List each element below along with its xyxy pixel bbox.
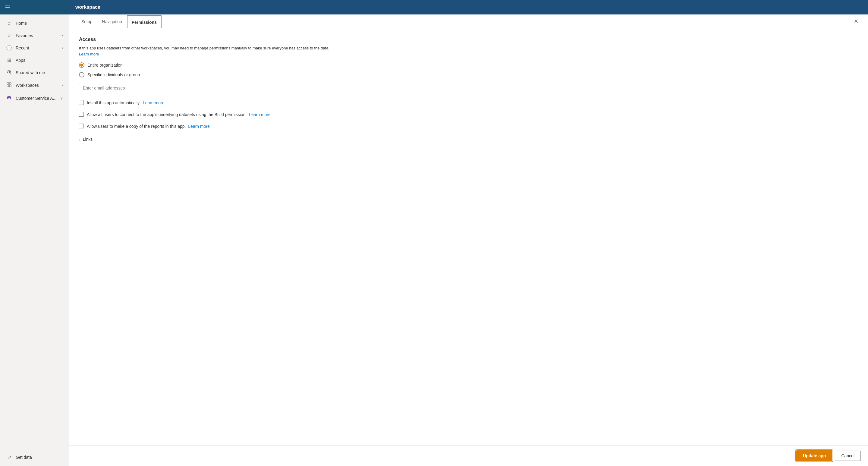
update-app-button[interactable]: Update app (796, 450, 832, 461)
sidebar-item-home-label: Home (16, 21, 27, 26)
topbar-title: workspace (75, 4, 100, 10)
svg-rect-2 (7, 83, 9, 84)
chevron-right-icon: › (62, 33, 63, 38)
allow-copy-label: Allow users to make a copy of the report… (87, 123, 210, 130)
learn-more-build-link[interactable]: Learn more (249, 112, 271, 117)
permissions-panel: Access If this app uses datasets from ot… (69, 28, 341, 150)
sidebar-item-favorites-label: Favorites (16, 33, 33, 38)
sidebar-item-recent[interactable]: 🕐 Recent › (1, 42, 68, 54)
install-auto-checkbox[interactable] (79, 100, 84, 105)
install-auto-label: Install this app automatically. Learn mo… (87, 100, 164, 106)
links-section[interactable]: › Links (79, 137, 331, 142)
sidebar: ☰ ⌂ Home ☆ Favorites › 🕐 Recent › ⊞ Apps (0, 0, 69, 466)
tabs-row: Setup Navigation Permissions ✕ (69, 14, 868, 28)
learn-more-install-link[interactable]: Learn more (143, 100, 164, 105)
radio-entire-org[interactable]: Entire organization (79, 62, 331, 68)
content-area: Setup Navigation Permissions ✕ Access If… (69, 14, 868, 466)
chevron-right-icon: › (62, 83, 63, 87)
checkbox-group: Install this app automatically. Learn mo… (79, 100, 331, 130)
chevron-down-icon: ∨ (60, 96, 63, 100)
learn-more-link-1[interactable]: Learn more (79, 52, 99, 56)
svg-point-0 (8, 70, 9, 72)
topbar: workspace (69, 0, 868, 14)
close-button[interactable]: ✕ (851, 16, 861, 27)
checkbox-install-auto: Install this app automatically. Learn mo… (79, 100, 331, 106)
access-radio-group: Entire organization Specific individuals… (79, 62, 331, 77)
sidebar-item-home[interactable]: ⌂ Home (1, 18, 68, 29)
customer-service-icon (6, 95, 12, 101)
tab-setup[interactable]: Setup (76, 14, 97, 28)
workspaces-icon (6, 82, 12, 88)
sidebar-item-recent-label: Recent (16, 45, 29, 50)
access-description: If this app uses datasets from other wor… (79, 45, 331, 57)
recent-icon: 🕐 (6, 45, 12, 51)
apps-icon: ⊞ (6, 57, 12, 63)
access-title: Access (79, 37, 331, 42)
radio-entire-org-label: Entire organization (87, 63, 123, 67)
allow-build-label: Allow all users to connect to the app's … (87, 112, 271, 118)
tab-navigation[interactable]: Navigation (97, 14, 127, 28)
chevron-right-icon: › (79, 137, 81, 142)
shared-icon (6, 70, 12, 76)
action-bar: Update app Cancel (69, 445, 868, 466)
sidebar-navigation: ⌂ Home ☆ Favorites › 🕐 Recent › ⊞ Apps (0, 14, 69, 448)
tab-permissions[interactable]: Permissions (127, 15, 161, 28)
svg-point-1 (9, 70, 10, 72)
email-input[interactable] (79, 83, 314, 93)
sidebar-item-shared[interactable]: Shared with me (1, 67, 68, 79)
sidebar-item-apps[interactable]: ⊞ Apps (1, 54, 68, 66)
sidebar-header: ☰ (0, 0, 69, 14)
get-data-item[interactable]: ↗ Get data (5, 451, 64, 463)
learn-more-copy-link[interactable]: Learn more (188, 124, 210, 129)
home-icon: ⌂ (6, 21, 12, 26)
sidebar-footer: ↗ Get data (0, 448, 69, 466)
main-area: workspace Setup Navigation Permissions ✕… (69, 0, 868, 466)
get-data-icon: ↗ (6, 454, 12, 460)
sidebar-item-workspaces[interactable]: Workspaces › (1, 79, 68, 91)
sidebar-item-favorites[interactable]: ☆ Favorites › (1, 30, 68, 41)
links-label: Links (83, 137, 93, 142)
allow-copy-checkbox[interactable] (79, 124, 84, 128)
cancel-button[interactable]: Cancel (835, 451, 861, 461)
radio-specific[interactable]: Specific individuals or group (79, 72, 331, 77)
allow-build-checkbox[interactable] (79, 112, 84, 117)
sidebar-item-customer-service[interactable]: Customer Service A... ∨ (1, 92, 68, 104)
sidebar-item-workspaces-label: Workspaces (16, 83, 39, 88)
favorites-icon: ☆ (6, 33, 12, 38)
sidebar-item-apps-label: Apps (16, 58, 25, 63)
hamburger-icon[interactable]: ☰ (5, 4, 10, 11)
sidebar-item-customer-service-label: Customer Service A... (16, 96, 56, 101)
checkbox-allow-build: Allow all users to connect to the app's … (79, 112, 331, 118)
svg-rect-3 (9, 83, 11, 84)
radio-specific-label: Specific individuals or group (87, 72, 140, 77)
sidebar-item-shared-label: Shared with me (16, 70, 45, 75)
svg-rect-5 (9, 85, 11, 87)
radio-specific-input[interactable] (79, 72, 84, 77)
chevron-right-icon: › (62, 46, 63, 50)
checkbox-allow-copy: Allow users to make a copy of the report… (79, 123, 331, 130)
radio-entire-org-input[interactable] (79, 62, 84, 68)
svg-rect-4 (7, 85, 9, 87)
get-data-label: Get data (16, 455, 32, 460)
